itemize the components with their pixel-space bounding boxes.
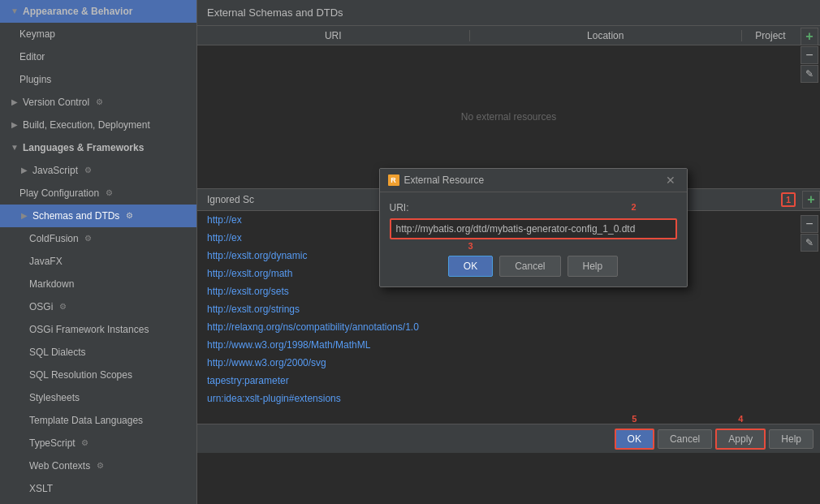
edit-external-schema-button[interactable]: ✎ — [801, 65, 818, 83]
cancel-button[interactable]: Cancel — [658, 429, 712, 449]
col-project-header: Project — [742, 30, 799, 41]
content-area: External Schemas and DTDs URI Location P… — [197, 0, 820, 504]
bottom-toolbar: 5 OK Cancel 4 Apply Help — [197, 424, 820, 453]
badge-4: 4 — [738, 414, 743, 424]
settings-icon: ⚙ — [82, 232, 95, 245]
sidebar-item-javafx[interactable]: JavaFX — [0, 250, 196, 273]
badge-2: 2 — [632, 202, 637, 212]
sidebar-item-markdown[interactable]: Markdown — [0, 273, 196, 295]
sidebar-item-play[interactable]: Play Configuration ⚙ — [0, 182, 196, 205]
sidebar-item-stylesheets[interactable]: Stylesheets — [0, 386, 196, 409]
content-title: External Schemas and DTDs — [197, 0, 820, 26]
settings-icon: ⚙ — [81, 164, 94, 177]
settings-icon: ⚙ — [93, 96, 106, 109]
settings-icon: ⚙ — [93, 459, 106, 472]
sidebar-item-web-contexts[interactable]: Web Contexts ⚙ — [0, 454, 196, 477]
sidebar-item-template[interactable]: Template Data Languages — [0, 409, 196, 432]
dialog-titlebar: R External Resource ✕ — [380, 169, 687, 192]
ignored-item[interactable]: http://www.w3.org/1998/Math/MathML — [197, 336, 820, 354]
dialog-cancel-button[interactable]: Cancel — [499, 256, 560, 277]
sidebar-item-sql-resolution[interactable]: SQL Resolution Scopes — [0, 364, 196, 386]
col-location-header: Location — [470, 30, 743, 41]
uri-input[interactable] — [390, 218, 677, 239]
badge-1: 1 — [786, 195, 791, 205]
sidebar-item-editor[interactable]: Editor — [0, 45, 196, 68]
sidebar-item-keymap[interactable]: Keymap — [0, 23, 196, 45]
sidebar-item-typescript[interactable]: TypeScript ⚙ — [0, 432, 196, 454]
arrow-icon: ▶ — [10, 120, 19, 130]
dialog-close-button[interactable]: ✕ — [662, 174, 679, 187]
sidebar-item-coldfusion[interactable]: ColdFusion ⚙ — [0, 227, 196, 250]
sidebar-item-languages[interactable]: ▼ Languages & Frameworks — [0, 136, 196, 159]
dialog-title: R External Resource — [388, 174, 485, 186]
uri-label: URI: 2 — [390, 202, 677, 213]
ignored-item[interactable]: http://www.w3.org/2000/svg — [197, 354, 820, 372]
sidebar-item-osgi-framework[interactable]: OSGi Framework Instances — [0, 318, 196, 341]
sidebar-item-version-control[interactable]: ▶ Version Control ⚙ — [0, 91, 196, 114]
remove-external-schema-button[interactable]: − — [801, 46, 818, 64]
sidebar-item-javascript[interactable]: ▶ JavaScript ⚙ — [0, 159, 196, 182]
sidebar-item-xslt-file[interactable]: XSLT File Associations ⚙ — [0, 500, 196, 504]
add-external-schema-button[interactable]: + — [801, 28, 818, 45]
external-schemas-table: URI Location Project No external resourc… — [197, 26, 820, 188]
sidebar-item-xslt[interactable]: XSLT — [0, 477, 196, 500]
dialog-ok-button[interactable]: OK — [448, 256, 493, 277]
settings-sidebar: ▼ Appearance & Behavior Keymap Editor Pl… — [0, 0, 197, 504]
ignored-item[interactable]: tapestry:parameter — [197, 372, 820, 390]
ignored-item[interactable]: http://relaxng.org/ns/compatibility/anno… — [197, 318, 820, 336]
dialog-help-button[interactable]: Help — [568, 256, 619, 277]
settings-icon: ⚙ — [56, 300, 69, 313]
sidebar-item-build[interactable]: ▶ Build, Execution, Deployment — [0, 114, 196, 136]
sidebar-item-plugins[interactable]: Plugins — [0, 68, 196, 91]
arrow-icon: ▼ — [10, 143, 19, 153]
remove-ignored-schema-button[interactable]: − — [801, 215, 818, 233]
edit-ignored-schema-button[interactable]: ✎ — [801, 234, 818, 252]
sidebar-item-osgi[interactable]: OSGi ⚙ — [0, 295, 196, 318]
external-resource-dialog: R External Resource ✕ URI: 2 — [379, 168, 688, 287]
col-uri-header: URI — [197, 30, 470, 41]
settings-icon: ⚙ — [79, 437, 92, 450]
ignored-item[interactable]: http://exslt.org/strings — [197, 300, 820, 318]
arrow-icon: ▶ — [10, 97, 19, 107]
table-empty-state: No external resources — [197, 45, 820, 188]
settings-icon: ⚙ — [123, 209, 136, 222]
ok-button[interactable]: OK — [615, 429, 654, 450]
dialog-icon: R — [388, 174, 399, 186]
dialog-body: URI: 2 — [380, 192, 687, 249]
settings-icon: ⚙ — [102, 187, 115, 200]
sidebar-item-schemas[interactable]: ▶ Schemas and DTDs ⚙ — [0, 205, 196, 227]
badge-3: 3 — [468, 241, 473, 251]
ignored-item[interactable]: urn:idea:xslt-plugin#extensions — [197, 390, 820, 407]
apply-button[interactable]: Apply — [715, 429, 766, 450]
arrow-icon: ▶ — [19, 211, 29, 221]
sidebar-item-sql-dialects[interactable]: SQL Dialects — [0, 341, 196, 364]
table-header: URI Location Project — [197, 26, 820, 45]
help-button[interactable]: Help — [769, 429, 814, 449]
arrow-icon: ▼ — [10, 6, 19, 16]
dialog-footer: 3 OK Cancel Help — [380, 249, 687, 286]
add-ignored-schema-button[interactable]: + — [802, 191, 820, 209]
sidebar-item-appearance[interactable]: ▼ Appearance & Behavior — [0, 0, 196, 23]
arrow-icon: ▶ — [19, 166, 29, 175]
badge-5: 5 — [632, 414, 637, 424]
